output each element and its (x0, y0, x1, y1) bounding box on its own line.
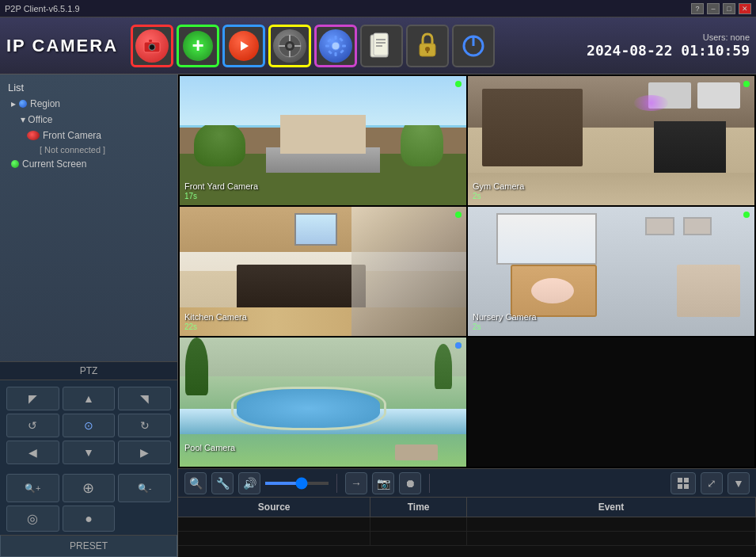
ptz-down-button[interactable]: ▼ (63, 441, 116, 464)
svg-rect-18 (340, 49, 344, 54)
bottom-toolbar: 🔍 🔧 🔊 → 📷 ⏺ ⤢ ▼ (178, 468, 756, 497)
camera-cell-kitchen[interactable]: Kitchen Camera 22s (180, 207, 466, 336)
close-button[interactable]: ✕ (739, 3, 751, 14)
add-icon: + (183, 31, 213, 61)
camera-cell-pool[interactable]: Pool Camera (180, 338, 466, 467)
maximize-button[interactable]: □ (723, 3, 735, 14)
ptz-toolbar-button[interactable] (268, 25, 311, 67)
tree-office[interactable]: ▾ Office (3, 112, 174, 128)
ptz-up-button[interactable]: ▲ (63, 387, 116, 410)
camera-cell-gym[interactable]: Gym Camera 2s (468, 76, 754, 205)
more-button[interactable]: ▼ (728, 472, 750, 494)
config-button[interactable]: 🔧 (211, 472, 234, 494)
ptz-zoom-out-button[interactable]: 🔍- (118, 474, 171, 502)
svg-point-2 (150, 45, 154, 49)
cam2-label: Gym Camera (473, 181, 524, 191)
main-content: Front Yard Camera 17s (178, 74, 756, 557)
volume-button[interactable]: 🔊 (238, 472, 260, 494)
svg-rect-31 (678, 478, 682, 483)
lock-button[interactable] (406, 25, 449, 67)
settings-button[interactable] (314, 25, 357, 67)
grid-view-button[interactable] (671, 472, 696, 494)
event-row-1 (178, 517, 756, 532)
svg-marker-4 (241, 41, 249, 51)
cam5-label: Pool Camera (184, 443, 235, 452)
office-expand-icon: ▾ (21, 114, 28, 125)
camera-cell-nursery[interactable]: Nursery Camera 2s (468, 207, 754, 336)
cam1-label: Front Yard Camera (184, 181, 258, 191)
camera-cell-empty[interactable] (468, 338, 754, 467)
svg-rect-32 (684, 478, 689, 483)
titlebar: P2P Client-v6.5.1.9 ? – □ ✕ (0, 0, 756, 17)
add-button[interactable]: + (177, 25, 219, 67)
gear-icon (319, 29, 352, 63)
preset-button[interactable]: PRESET (0, 535, 177, 557)
event-cell-event-1 (467, 517, 756, 531)
tree-camera[interactable]: Front Camera (3, 128, 174, 143)
tree-current-screen[interactable]: Current Screen (3, 156, 174, 172)
svg-rect-28 (427, 50, 428, 53)
snapshot-button[interactable]: 📷 (372, 472, 394, 494)
camera-button[interactable] (131, 25, 173, 67)
svg-rect-16 (342, 44, 346, 47)
cam3-fps: 22s (184, 322, 197, 331)
ptz-section-label: PTZ (0, 361, 177, 380)
event-cell-event-2 (467, 532, 756, 545)
event-cell-time-1 (370, 517, 467, 531)
ptz-right-button[interactable]: ▶ (118, 441, 171, 464)
current-dot-icon (11, 160, 19, 168)
time-col-header: Time (370, 498, 467, 517)
titlebar-controls: ? – □ ✕ (691, 3, 751, 14)
camera-label: Front Camera (43, 130, 101, 141)
ptz-upleft-button[interactable]: ◤ (6, 387, 59, 410)
app-title: P2P Client-v6.5.1.9 (5, 4, 80, 13)
ptz-iris-close-button[interactable]: ● (63, 505, 116, 532)
expand-arrow-icon: ▸ (11, 98, 16, 109)
power-button[interactable] (452, 25, 495, 67)
ptz-zoom-in-button[interactable]: 🔍+ (6, 474, 59, 502)
volume-slider[interactable] (265, 482, 329, 485)
help-button[interactable]: ? (691, 3, 704, 14)
tree-region[interactable]: ▸ Region (3, 96, 174, 112)
ptz-controls: ◤ ▲ ◥ ↺ ⊙ ↻ ◀ ▼ ▶ (0, 380, 177, 471)
cam4-label: Nursery Camera (473, 312, 537, 322)
svg-rect-22 (374, 33, 388, 55)
event-cell-source-1 (178, 517, 370, 531)
event-cell-source-2 (178, 532, 370, 545)
minimize-button[interactable]: – (707, 3, 720, 14)
ptz-rotate-ccw-button[interactable]: ↺ (6, 414, 59, 437)
tree-list[interactable]: List (3, 79, 174, 96)
stream-button[interactable]: → (345, 472, 367, 494)
separator1 (336, 474, 337, 493)
ptz-iris-open-button[interactable]: ◎ (6, 505, 59, 532)
ptz-upright-button[interactable]: ◥ (118, 387, 171, 410)
current-screen-label: Current Screen (22, 158, 86, 170)
ptz-home-button[interactable]: ⊙ (63, 414, 116, 437)
cam2-status-dot (743, 81, 750, 87)
svg-rect-15 (325, 44, 329, 47)
playback-button[interactable] (222, 25, 265, 67)
app: IP CAMERA + (0, 17, 756, 557)
search-button[interactable]: 🔍 (184, 472, 207, 494)
ptz-focus-button[interactable]: ⊕ (63, 474, 116, 502)
camera-small-icon (27, 131, 40, 140)
event-cell-time-2 (370, 532, 467, 545)
source-col-header: Source (178, 498, 370, 517)
lock-icon (411, 29, 444, 63)
files-icon (365, 29, 398, 63)
users-text: Users: none (587, 32, 750, 42)
camera-icon (135, 29, 169, 63)
camera-cell-frontyard[interactable]: Front Yard Camera 17s (180, 76, 466, 205)
ptz-left-button[interactable]: ◀ (6, 441, 59, 464)
files-button[interactable] (360, 25, 403, 67)
svg-rect-20 (328, 50, 332, 55)
ptz-rotate-cw-button[interactable]: ↻ (118, 414, 171, 437)
svg-rect-19 (339, 37, 344, 42)
record-button[interactable]: ⏺ (399, 472, 421, 494)
svg-point-11 (287, 44, 292, 48)
fullscreen-button[interactable]: ⤢ (701, 472, 723, 494)
cam5-rec-dot (455, 342, 462, 349)
not-connected-label: [ Not connected ] (40, 145, 105, 155)
tree-area: List ▸ Region ▾ Office Front Camera (0, 74, 177, 361)
cam1-fps: 17s (184, 192, 197, 200)
